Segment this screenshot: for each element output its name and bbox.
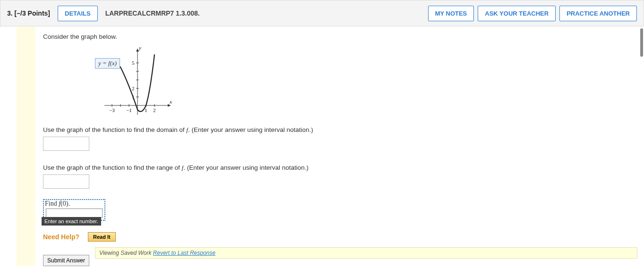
input-tooltip: Enter an exact number. [42, 217, 101, 226]
svg-text:−3: −3 [109, 107, 115, 113]
range-question: Use the graph of the function to find th… [43, 164, 637, 172]
curve-equation-label: y = f(x) [95, 58, 120, 69]
highlight-margin [17, 26, 35, 266]
y-axis-label: y [138, 45, 141, 51]
f0-answer-input[interactable] [46, 208, 103, 218]
header-right: MY NOTES ASK YOUR TEACHER PRACTICE ANOTH… [428, 6, 637, 21]
details-button[interactable]: DETAILS [58, 6, 98, 21]
svg-text:5: 5 [132, 60, 135, 66]
x-axis-label: x [169, 99, 172, 104]
question-number: 3. [–/3 Points] [7, 9, 50, 17]
graph-svg: −3 −1 1 2 1 2 5 y x [95, 44, 175, 120]
consider-text: Consider the graph below. [43, 33, 637, 40]
domain-answer-input[interactable] [43, 137, 89, 151]
submit-row: Submit Answer [43, 255, 637, 266]
svg-text:2: 2 [153, 107, 156, 113]
question-header: 3. [–/3 Points] DETAILS LARPRECALCRMRP7 … [0, 0, 644, 26]
find-f0-block: Find f(0). Enter an exact number. [43, 199, 637, 221]
range-answer-input[interactable] [43, 174, 89, 189]
left-margin [0, 26, 17, 266]
ask-teacher-button[interactable]: ASK YOUR TEACHER [478, 6, 556, 21]
question-body: Consider the graph below. y = f(x) [36, 26, 644, 266]
svg-text:−1: −1 [126, 107, 132, 113]
practice-another-button[interactable]: PRACTICE ANOTHER [559, 6, 637, 21]
textbook-ref: LARPRECALCRMRP7 1.3.008. [105, 9, 200, 17]
page-scrollbar[interactable] [640, 28, 643, 57]
revert-link[interactable]: Revert to Last Response [153, 250, 215, 256]
read-it-button[interactable]: Read It [88, 232, 116, 242]
need-help-row: Need Help? Read It [43, 232, 637, 242]
need-help-label: Need Help? [43, 233, 79, 241]
content-wrap: Consider the graph below. y = f(x) [0, 26, 644, 266]
domain-question: Use the graph of the function to find th… [43, 126, 637, 134]
function-graph: y = f(x) −3 [95, 44, 175, 120]
my-notes-button[interactable]: MY NOTES [428, 6, 474, 21]
header-left: 3. [–/3 Points] DETAILS LARPRECALCRMRP7 … [7, 6, 200, 21]
svg-text:2: 2 [132, 86, 135, 91]
submit-answer-button[interactable]: Submit Answer [43, 255, 89, 266]
find-f0-label: Find f(0). [44, 200, 104, 208]
